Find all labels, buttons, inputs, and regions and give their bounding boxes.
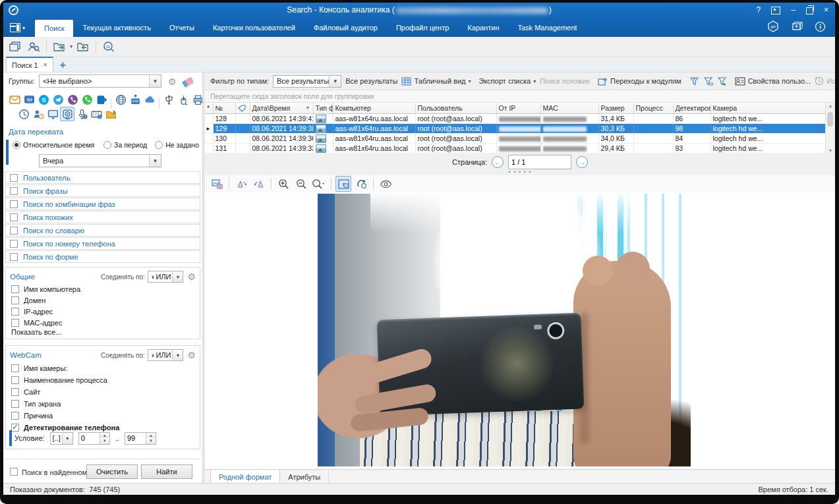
rotate-right-icon[interactable] xyxy=(251,176,267,192)
date-option-1[interactable]: Относительное время xyxy=(13,141,94,149)
menu-tab-4[interactable]: Карточки пользователей xyxy=(204,18,304,37)
show-all-link[interactable]: Показать все... xyxy=(11,327,61,337)
common-join-select[interactable]: ◑ИЛИ▼ xyxy=(148,271,184,283)
webcam-filter-4[interactable]: Тип экрана xyxy=(11,399,61,408)
table-row[interactable]: ►12908.06.2021 14:39:38aas-w81x64ru.aas.… xyxy=(205,124,826,134)
add-tab-button[interactable]: + xyxy=(60,59,66,72)
webcam-filter-5[interactable]: Причина xyxy=(11,411,53,420)
export-search-caret[interactable]: ▾ xyxy=(70,43,72,49)
cloud-icon[interactable] xyxy=(142,92,157,107)
table-scrollbar[interactable]: ▲ ▼ xyxy=(825,103,835,154)
scrollbar-thumb[interactable] xyxy=(827,112,833,126)
menu-tab-5[interactable]: Файловый аудитор xyxy=(304,18,387,37)
column-header-8[interactable]: От IP xyxy=(496,103,540,114)
im-icon[interactable]: IM xyxy=(22,92,36,107)
mail-icon[interactable] xyxy=(7,92,22,107)
device-search-icon[interactable] xyxy=(176,92,190,107)
column-header-4[interactable]: Дата\Время xyxy=(250,103,313,114)
viber-icon[interactable] xyxy=(65,92,80,107)
refresh-view-icon[interactable] xyxy=(353,176,369,192)
range-from-stepper[interactable]: ▲▼ xyxy=(78,432,110,445)
page-input[interactable] xyxy=(508,155,571,169)
common-settings-gear-icon[interactable]: ⚙ xyxy=(187,272,196,281)
horizontal-splitter[interactable]: • • • • • xyxy=(205,171,835,175)
find-button[interactable]: Найти xyxy=(141,464,192,479)
restore-button[interactable] xyxy=(806,7,813,14)
windows-stack-icon[interactable] xyxy=(7,39,23,55)
column-header-10[interactable]: Размер xyxy=(598,103,633,114)
webcam-filter-1[interactable]: Имя камеры: xyxy=(11,364,67,373)
help-button[interactable]: ? xyxy=(757,5,761,14)
keyboard-icon[interactable]: i xyxy=(89,107,103,121)
table-row[interactable]: 12808.06.2021 14:39:41aas-w81x64ru.aas.l… xyxy=(205,114,826,124)
tab-native-format[interactable]: Родной формат xyxy=(210,470,280,484)
relative-period-select[interactable]: Вчера▼ xyxy=(39,154,161,167)
preview-eye-icon[interactable] xyxy=(378,176,393,192)
menu-tab-6[interactable]: Профайл центр xyxy=(387,18,458,37)
search-item-1[interactable]: Пользователь xyxy=(5,171,200,184)
webcam-filter-2[interactable]: Наименование процесса xyxy=(11,376,107,385)
close-tab-icon[interactable]: × xyxy=(43,61,47,69)
lync-icon[interactable] xyxy=(94,92,109,107)
file-grab-icon[interactable] xyxy=(103,107,118,121)
filter-add-funnel-icon[interactable] xyxy=(689,76,699,86)
search-tab-1[interactable]: Поиск 1× xyxy=(6,57,53,72)
clear-groups-eraser-icon[interactable] xyxy=(182,76,194,87)
menu-tab-2[interactable]: Текущая активность xyxy=(73,18,159,37)
webcam-filter-3[interactable]: Сайт xyxy=(11,387,40,397)
column-header-3[interactable] xyxy=(235,103,250,114)
table-view-button[interactable]: Табличный вид▾ xyxy=(401,77,471,86)
import-search-icon[interactable] xyxy=(75,39,91,55)
column-header-7[interactable]: Пользователь xyxy=(415,103,496,114)
search-in-found-checkbox[interactable] xyxy=(10,468,18,476)
module-links-button[interactable]: Переходы к модулям xyxy=(598,77,681,86)
column-header-5[interactable]: Тип фа xyxy=(313,103,333,114)
menu-tab-3[interactable]: Отчеты xyxy=(160,18,204,37)
filter-type-select[interactable]: Все результаты▼ xyxy=(273,75,341,88)
zoom-out-icon[interactable] xyxy=(293,176,309,192)
api-icon[interactable]: API xyxy=(767,20,779,32)
column-header-13[interactable]: Камера xyxy=(710,103,826,114)
clock-icon[interactable] xyxy=(16,107,31,121)
minimize-button[interactable]: – xyxy=(791,5,796,14)
table-row[interactable]: 13108.06.2021 14:39:33aas-w81x64ru.aas.l… xyxy=(205,144,826,154)
date-option-3[interactable]: Не задано xyxy=(155,141,199,149)
groups-select[interactable]: <Не выбрано>▼ xyxy=(39,74,161,88)
webcam-filter-6[interactable]: Детектирование телефона xyxy=(11,423,119,432)
skype-icon[interactable]: S xyxy=(36,92,51,107)
search-item-6[interactable]: Поиск по номеру телефона xyxy=(5,237,200,250)
user-search-icon[interactable] xyxy=(26,39,42,55)
column-header-6[interactable]: Компьютер xyxy=(333,103,415,114)
scope-all-results-button[interactable]: Все результаты xyxy=(345,77,397,85)
telegram-icon[interactable] xyxy=(51,92,65,107)
rotate-left-icon[interactable] xyxy=(233,176,249,192)
filter-apply-funnel-icon[interactable] xyxy=(717,76,727,86)
condition-operator-select[interactable]: [..]▼ xyxy=(50,432,73,445)
column-header-12[interactable]: Детектирова xyxy=(673,103,710,114)
common-filter-2[interactable]: Домен xyxy=(11,296,45,305)
clear-button[interactable]: Очистить xyxy=(86,464,138,479)
microphone-icon[interactable]: i xyxy=(74,107,89,121)
range-to-stepper[interactable]: ▲▼ xyxy=(125,432,156,445)
id-search-icon[interactable]: ID xyxy=(101,39,117,55)
column-header-1[interactable]: * xyxy=(205,103,213,114)
common-filter-1[interactable]: Имя компьютера xyxy=(11,285,80,294)
user-activity-icon[interactable] xyxy=(31,107,45,121)
http-icon[interactable] xyxy=(113,92,128,107)
column-header-11[interactable]: Процесс xyxy=(633,103,673,114)
save-image-icon[interactable] xyxy=(209,176,225,192)
package-icon[interactable] xyxy=(791,20,803,32)
export-search-icon[interactable] xyxy=(51,39,67,55)
menu-tab-8[interactable]: Task Management xyxy=(508,18,586,37)
search-item-2[interactable]: Поиск фразы xyxy=(5,184,200,197)
main-menu-button[interactable]: ▾ xyxy=(10,22,30,34)
menu-tab-7[interactable]: Карантин xyxy=(458,18,508,37)
user-properties-button[interactable]: Свойства пользо... xyxy=(735,77,811,86)
printer-icon[interactable] xyxy=(190,92,202,107)
date-option-2[interactable]: За период xyxy=(103,141,147,149)
search-item-5[interactable]: Поиск по словарю xyxy=(5,224,200,237)
fit-to-window-icon[interactable] xyxy=(335,176,351,192)
search-item-7[interactable]: Поиск по форме xyxy=(5,250,200,263)
zoom-level-icon[interactable] xyxy=(311,176,327,192)
search-item-3[interactable]: Поиск по комбинации фраз xyxy=(5,198,200,210)
